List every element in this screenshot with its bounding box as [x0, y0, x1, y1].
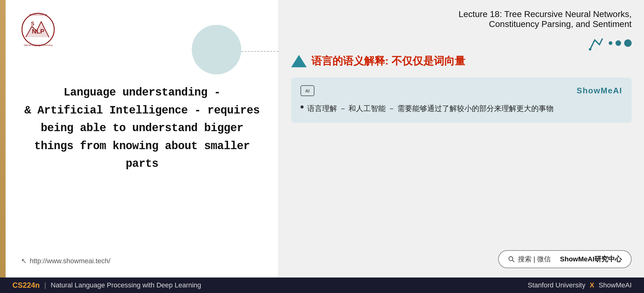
main-content: S NLP Natural Language Processing Stanfo…: [0, 0, 644, 277]
svg-text:Natural Language Processing: Natural Language Processing: [24, 44, 52, 47]
search-label: 搜索 | 微信: [518, 255, 551, 264]
stanford-text: Stanford University: [528, 281, 585, 289]
nlp-logo: S NLP Natural Language Processing Stanfo…: [21, 12, 55, 47]
circle-decoration: [192, 25, 241, 74]
svg-line-7: [512, 260, 514, 262]
showmeai-brand: ShowMeAI: [577, 86, 622, 95]
svg-text:Stanford University: Stanford University: [29, 14, 47, 16]
svg-text:NLP: NLP: [32, 28, 44, 35]
svg-point-6: [509, 257, 513, 261]
dot-small: [609, 41, 612, 45]
showmeai-text: ShowMeAI: [599, 281, 632, 289]
info-card: AI ShowMeAI 语言理解 － 和人工智能 － 需要能够通过了解较小的部分…: [291, 78, 632, 123]
info-card-content: 语言理解 － 和人工智能 － 需要能够通过了解较小的部分来理解更大的事物: [300, 102, 622, 115]
dots-decoration: [291, 35, 632, 51]
slide-inner: S NLP Natural Language Processing Stanfo…: [6, 0, 278, 277]
slide-url: http://www.showmeai.tech/: [30, 257, 110, 265]
search-box[interactable]: 搜索 | 微信 ShowMeAI研究中心: [498, 250, 632, 268]
chinese-subtitle: 语言的语义解释: 不仅仅是词向量: [291, 54, 632, 68]
course-code: CS224n: [12, 281, 40, 290]
bottom-left: CS224n | Natural Language Processing wit…: [12, 281, 201, 290]
course-name: Natural Language Processing with Deep Le…: [51, 281, 201, 289]
x-separator: X: [590, 281, 594, 289]
svg-point-5: [589, 48, 591, 51]
dot-medium: [616, 40, 621, 46]
slide-area: S NLP Natural Language Processing Stanfo…: [0, 0, 279, 277]
ai-icon-label: AI: [305, 88, 310, 93]
bullet-point: 语言理解 － 和人工智能 － 需要能够通过了解较小的部分来理解更大的事物: [300, 102, 622, 115]
lecture-title: Lecture 18: Tree Recursive Neural Networ…: [291, 6, 632, 29]
search-icon: [508, 256, 515, 263]
wave-shape-icon: [589, 35, 604, 51]
bottom-right: Stanford University X ShowMeAI: [528, 281, 632, 289]
search-bold-label: ShowMeAI研究中心: [560, 255, 622, 264]
slide-link: ↖ http://www.showmeai.tech/: [21, 257, 110, 265]
slide-text-line3: being able to understand bigger: [41, 122, 243, 135]
slide-text-line1: Language understanding -: [64, 86, 220, 99]
bullet-dot: [300, 105, 304, 109]
slide-text-line4: things from knowing about smaller: [34, 140, 250, 153]
lecture-title-line2: Constituency Parsing, and Sentiment: [291, 19, 632, 29]
dot-large: [624, 39, 632, 47]
subtitle-text: 语言的语义解释: 不仅仅是词向量: [311, 54, 465, 68]
lecture-title-line1: Lecture 18: Tree Recursive Neural Networ…: [291, 9, 632, 19]
bullet-text: 语言理解 － 和人工智能 － 需要能够通过了解较小的部分来理解更大的事物: [307, 102, 554, 115]
slide-text-line5: parts: [126, 158, 159, 170]
svg-text:S: S: [31, 21, 34, 26]
cursor-icon: ↖: [21, 257, 27, 265]
right-panel: Lecture 18: Tree Recursive Neural Networ…: [279, 0, 644, 277]
bottom-divider: |: [44, 281, 46, 289]
slide-main-text: Language understanding - & Artificial In…: [15, 84, 269, 173]
slide-left-bar: [0, 0, 6, 277]
ai-icon-box: AI: [300, 85, 314, 96]
subtitle-shape-icon: [291, 55, 307, 67]
info-card-header: AI ShowMeAI: [300, 85, 622, 96]
bottom-bar: CS224n | Natural Language Processing wit…: [0, 277, 644, 293]
dashed-line: [241, 51, 278, 52]
slide-text-line2: & Artificial Intelligence - requires: [24, 104, 260, 117]
